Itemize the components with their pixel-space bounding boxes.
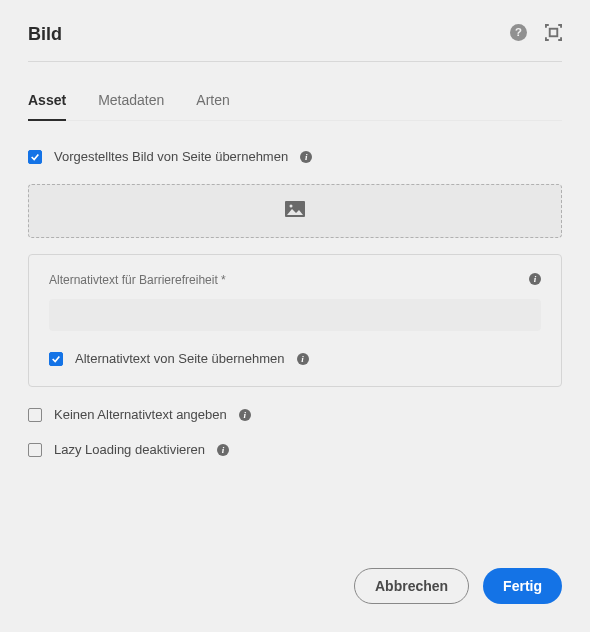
disable-lazy-row: Lazy Loading deaktivieren i <box>28 442 562 457</box>
help-icon[interactable]: ? <box>510 24 527 45</box>
no-alt-checkbox[interactable] <box>28 408 42 422</box>
header-icons: ? <box>510 24 562 45</box>
tab-types[interactable]: Arten <box>196 84 229 120</box>
info-icon[interactable]: i <box>239 409 251 421</box>
inherit-alt-label: Alternativtext von Seite übernehmen <box>75 351 285 366</box>
tab-asset[interactable]: Asset <box>28 84 66 120</box>
alt-text-fieldset: i Alternativtext für Barrierefreiheit * … <box>28 254 562 387</box>
done-button[interactable]: Fertig <box>483 568 562 604</box>
disable-lazy-checkbox[interactable] <box>28 443 42 457</box>
cancel-button[interactable]: Abbrechen <box>354 568 469 604</box>
image-dropzone[interactable] <box>28 184 562 238</box>
tabs: Asset Metadaten Arten <box>28 84 562 121</box>
no-alt-row: Keinen Alternativtext angeben i <box>28 407 562 422</box>
info-icon[interactable]: i <box>297 353 309 365</box>
inherit-alt-checkbox[interactable] <box>49 352 63 366</box>
tab-metadata[interactable]: Metadaten <box>98 84 164 120</box>
inherit-alt-row: Alternativtext von Seite übernehmen i <box>49 351 541 366</box>
inherit-featured-row: Vorgestelltes Bild von Seite übernehmen … <box>28 149 562 164</box>
no-alt-label: Keinen Alternativtext angeben <box>54 407 227 422</box>
image-placeholder-icon <box>285 201 305 221</box>
info-icon[interactable]: i <box>300 151 312 163</box>
dialog-header: Bild ? <box>28 24 562 62</box>
alt-text-label: Alternativtext für Barrierefreiheit * <box>49 273 541 287</box>
disable-lazy-label: Lazy Loading deaktivieren <box>54 442 205 457</box>
inherit-featured-label: Vorgestelltes Bild von Seite übernehmen <box>54 149 288 164</box>
alt-text-input[interactable] <box>49 299 541 331</box>
image-dialog: Bild ? Asset Metadaten Arten Vorgestellt… <box>0 0 590 501</box>
fullscreen-icon[interactable] <box>545 24 562 45</box>
info-icon[interactable]: i <box>529 273 541 285</box>
svg-point-4 <box>290 205 293 208</box>
tab-content: Vorgestelltes Bild von Seite übernehmen … <box>28 149 562 457</box>
dialog-footer: Abbrechen Fertig <box>354 568 562 604</box>
inherit-featured-checkbox[interactable] <box>28 150 42 164</box>
svg-rect-2 <box>550 29 558 37</box>
svg-text:?: ? <box>515 26 522 38</box>
dialog-title: Bild <box>28 24 62 45</box>
info-icon[interactable]: i <box>217 444 229 456</box>
